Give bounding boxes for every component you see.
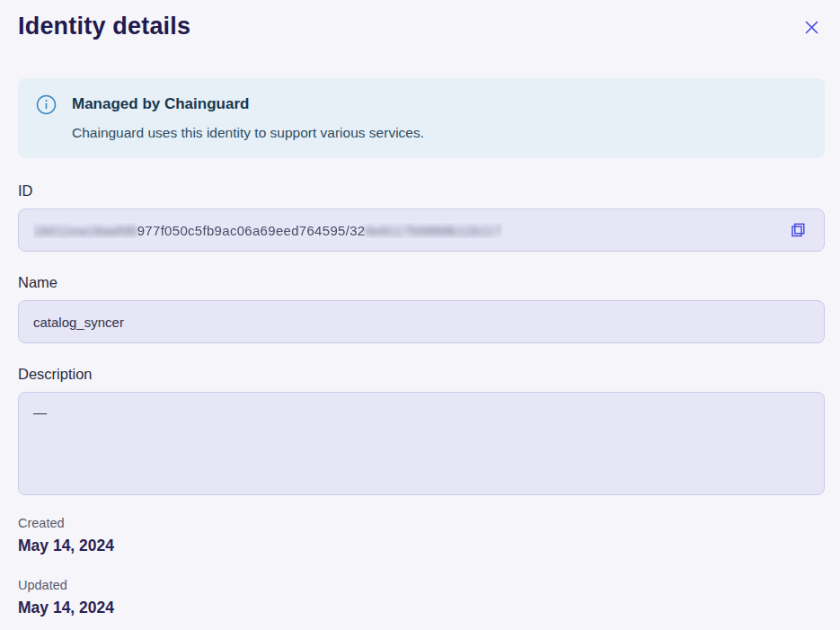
id-value: 1b011ea18aafd9977f050c5fb9ac06a69eed7645… xyxy=(33,223,502,238)
info-icon xyxy=(36,94,57,115)
id-value-masked-end: 6e8117b9888b11b117 xyxy=(365,223,501,238)
page-title: Identity details xyxy=(18,12,190,40)
id-value-visible: 977f050c5fb9ac06a69eed764595/32 xyxy=(137,223,366,238)
id-field[interactable]: 1b011ea18aafd9977f050c5fb9ac06a69eed7645… xyxy=(18,209,825,252)
name-label: Name xyxy=(18,272,825,292)
banner-title: Managed by Chainguard xyxy=(72,94,424,113)
updated-value: May 14, 2024 xyxy=(18,598,825,617)
name-input[interactable] xyxy=(18,300,825,343)
updated-label: Updated xyxy=(18,576,825,594)
description-label: Description xyxy=(18,364,825,384)
created-label: Created xyxy=(18,514,825,532)
panel-header: Identity details xyxy=(18,0,825,40)
close-icon xyxy=(801,27,822,40)
created-value: May 14, 2024 xyxy=(18,536,825,555)
banner-body: Chainguard uses this identity to support… xyxy=(72,124,424,141)
copy-id-button[interactable] xyxy=(787,219,809,242)
copy-icon xyxy=(789,229,808,243)
description-input[interactable]: — xyxy=(18,392,825,495)
id-value-masked-start: 1b011ea18aafd9 xyxy=(33,223,137,238)
close-button[interactable] xyxy=(799,14,825,40)
identity-details-panel: Identity details Managed by Chainguard C… xyxy=(0,0,840,617)
managed-by-banner: Managed by Chainguard Chainguard uses th… xyxy=(18,78,825,158)
id-label: ID xyxy=(18,181,825,200)
banner-content: Managed by Chainguard Chainguard uses th… xyxy=(72,94,424,141)
